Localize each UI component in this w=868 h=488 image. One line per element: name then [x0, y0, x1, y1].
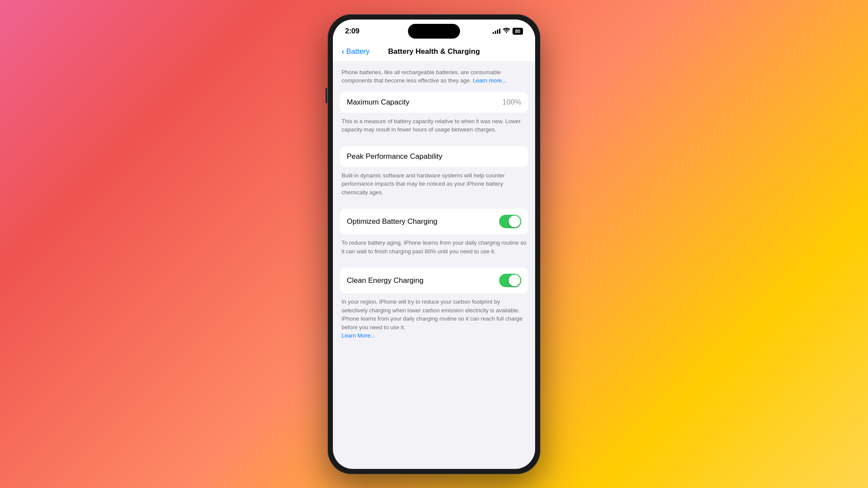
- content-area: Phone batteries, like all rechargeable b…: [333, 61, 535, 356]
- optimized-charging-row: Optimized Battery Charging: [340, 209, 528, 234]
- clean-energy-row: Clean Energy Charging: [340, 268, 528, 293]
- phone-screen: 2:09 80: [333, 20, 535, 469]
- back-chevron-icon: ‹: [342, 47, 345, 56]
- back-label: Battery: [346, 47, 370, 56]
- clean-energy-learn-more[interactable]: Learn More...: [342, 332, 375, 339]
- clean-energy-description: In your region, iPhone will try to reduc…: [340, 297, 528, 342]
- signal-icon: [493, 29, 500, 34]
- navigation-bar: ‹ Battery Battery Health & Charging: [333, 43, 535, 61]
- status-icons: 80: [493, 28, 523, 35]
- back-button[interactable]: ‹ Battery: [342, 47, 370, 56]
- peak-performance-label: Peak Performance Capability: [347, 152, 442, 161]
- peak-performance-description: Built-in dynamic software and hardware s…: [340, 170, 528, 202]
- max-capacity-value: 100%: [503, 98, 521, 107]
- max-capacity-label: Maximum Capacity: [347, 98, 410, 107]
- optimized-charging-toggle[interactable]: [499, 215, 521, 228]
- optimized-charging-description: To reduce battery aging, iPhone learns f…: [340, 238, 528, 261]
- peak-performance-row: Peak Performance Capability: [340, 146, 528, 167]
- clean-energy-toggle[interactable]: [499, 274, 521, 287]
- clean-energy-card: Clean Energy Charging: [340, 268, 528, 293]
- battery-indicator: 80: [513, 28, 523, 35]
- toggle-knob-clean: [509, 275, 520, 286]
- toggle-knob: [509, 216, 520, 227]
- dynamic-island: [408, 24, 460, 39]
- max-capacity-description: This is a measure of battery capacity re…: [340, 116, 528, 139]
- max-capacity-card: Maximum Capacity 100%: [340, 92, 528, 113]
- peak-performance-card: Peak Performance Capability: [340, 146, 528, 167]
- learn-more-link[interactable]: Learn more...: [473, 77, 506, 84]
- status-time: 2:09: [345, 27, 359, 36]
- optimized-charging-card: Optimized Battery Charging: [340, 209, 528, 234]
- status-bar: 2:09 80: [333, 20, 535, 43]
- optimized-charging-label: Optimized Battery Charging: [347, 217, 437, 226]
- intro-description: Phone batteries, like all rechargeable b…: [340, 68, 528, 85]
- max-capacity-row: Maximum Capacity 100%: [340, 92, 528, 113]
- phone-frame: 2:09 80: [328, 14, 540, 474]
- page-title: Battery Health & Charging: [388, 47, 480, 56]
- clean-energy-label: Clean Energy Charging: [347, 276, 424, 285]
- wifi-icon: [503, 28, 510, 34]
